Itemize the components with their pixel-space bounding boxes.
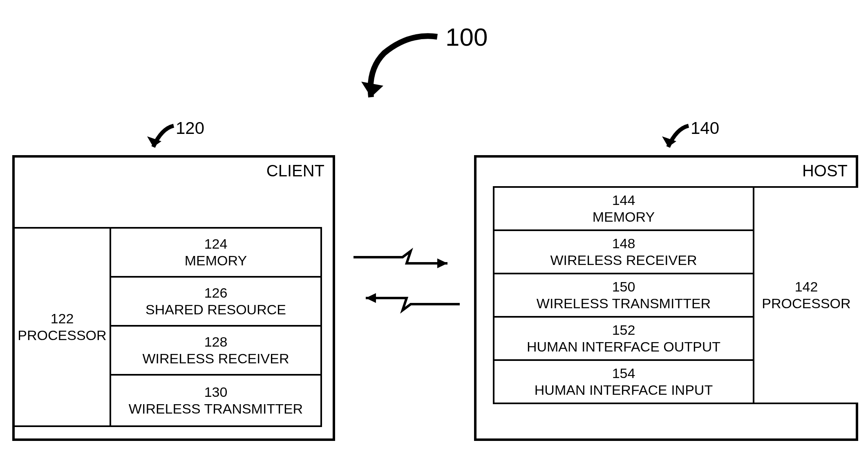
host-comp-2-label: WIRELESS TRANSMITTER [537,295,711,312]
host-comp-1-label: WIRELESS RECEIVER [550,252,697,269]
host-comp-1: 148 WIRELESS RECEIVER [493,229,754,274]
wireless-arrow-left [349,294,464,314]
host-comp-0: 144 MEMORY [493,186,754,231]
client-comp-0: 124 MEMORY [110,227,322,278]
host-comp-0-label: MEMORY [593,209,655,225]
client-ref-arrow [143,122,180,159]
host-block: HOST 144 MEMORY 148 WIRELESS RECEIVER 15… [474,155,858,441]
client-title: CLIENT [266,162,324,180]
host-comp-3: 152 HUMAN INTERFACE OUTPUT [493,316,754,361]
client-comp-2: 128 WIRELESS RECEIVER [110,325,322,376]
host-comp-4-label: HUMAN INTERFACE INPUT [535,382,713,398]
client-comp-3-num: 130 [204,384,228,400]
host-comp-3-label: HUMAN INTERFACE OUTPUT [527,338,720,355]
host-ref-arrow [658,122,695,159]
host-comp-4-num: 154 [612,365,635,382]
host-comp-1-num: 148 [612,235,635,252]
client-ref-label: 120 [176,118,204,138]
host-processor: 142 PROCESSOR [753,186,858,404]
client-comp-2-num: 128 [204,334,228,350]
client-comp-1: 126 SHARED RESOURCE [110,276,322,327]
wireless-arrow-right [349,247,464,267]
host-comp-4: 154 HUMAN INTERFACE INPUT [493,359,754,404]
svg-marker-4 [366,293,376,303]
client-comp-3: 130 WIRELESS TRANSMITTER [110,374,322,427]
client-comp-0-label: MEMORY [185,252,247,269]
client-block: CLIENT 122 PROCESSOR 124 MEMORY 126 SHAR… [12,155,335,441]
client-comp-1-num: 126 [204,285,228,301]
svg-marker-3 [437,258,447,268]
main-ref-arrow [360,29,441,102]
svg-marker-0 [361,82,383,97]
host-processor-label: PROCESSOR [762,295,850,312]
client-comp-0-num: 124 [204,236,228,252]
host-comp-2-num: 150 [612,278,635,295]
main-ref-label: 100 [445,22,488,51]
host-comp-0-num: 144 [612,192,635,209]
host-title: HOST [802,162,848,180]
client-comp-3-label: WIRELESS TRANSMITTER [129,400,303,417]
host-comp-2: 150 WIRELESS TRANSMITTER [493,273,754,318]
host-processor-num: 142 [795,278,818,295]
client-comp-2-label: WIRELESS RECEIVER [143,350,289,367]
client-comp-1-label: SHARED RESOURCE [145,301,286,318]
client-processor: 122 PROCESSOR [13,227,111,427]
host-ref-label: 140 [691,118,719,138]
host-comp-3-num: 152 [612,322,635,338]
client-processor-num: 122 [51,310,74,327]
client-processor-label: PROCESSOR [18,327,106,344]
